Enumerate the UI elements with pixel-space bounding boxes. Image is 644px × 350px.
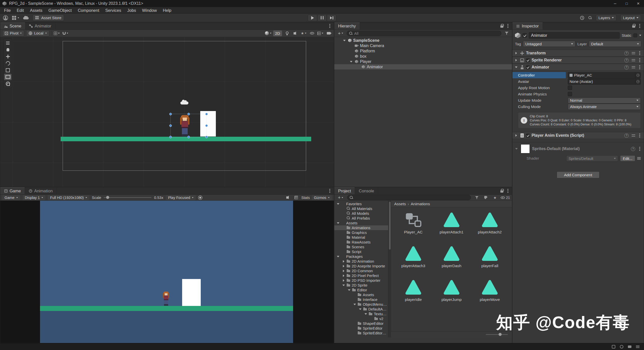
folder-row[interactable]: ObjectMenuCr... [334, 302, 388, 307]
foldout-arrow-icon[interactable] [514, 65, 518, 69]
tab[interactable]: Scene [0, 22, 25, 29]
asset-thumbnail[interactable] [441, 278, 462, 297]
play-button[interactable] [308, 15, 317, 21]
resolution-dropdown[interactable]: Full HD (1920x1080) [48, 195, 89, 200]
folder-row[interactable]: Packages [334, 254, 388, 259]
asset-item[interactable]: playerMove [471, 278, 509, 312]
active-checkbox[interactable] [522, 33, 527, 38]
material-thumbnail[interactable] [521, 144, 530, 153]
game-viewport[interactable] [0, 201, 334, 343]
grid-snap-button[interactable] [54, 30, 60, 36]
effects-dropdown[interactable] [300, 30, 307, 36]
search-by-label-button[interactable] [482, 195, 489, 200]
shader-dropdown[interactable]: Sprites/Default [566, 155, 618, 161]
folder-row[interactable]: SpriteEditor [334, 326, 388, 331]
view-tool-button[interactable] [4, 47, 12, 53]
folder-row[interactable]: Material [334, 235, 388, 240]
foldout-arrow-icon[interactable] [342, 279, 345, 282]
asset-item[interactable]: playerDash [432, 244, 471, 278]
stats-button[interactable]: Stats [301, 195, 310, 200]
panel-menu-icon[interactable] [329, 190, 330, 191]
preset-icon[interactable] [632, 134, 635, 137]
asset-item[interactable]: playerJump [432, 278, 471, 312]
folder-row[interactable]: 2D Sprite [334, 283, 388, 288]
play-focused-dropdown[interactable]: Play Focused [166, 195, 196, 200]
folder-row[interactable]: DefaultAsset... [334, 307, 388, 311]
grid-settings-dropdown[interactable] [317, 30, 324, 36]
checkbox[interactable] [568, 86, 572, 90]
edit-shader-button[interactable]: Edit... [620, 155, 635, 161]
folder-row[interactable]: All Models [334, 211, 388, 216]
folder-row[interactable]: ShapeEditor [334, 321, 388, 326]
audio-toggle[interactable] [292, 30, 299, 36]
asset-thumbnail[interactable] [403, 211, 424, 229]
asset-item[interactable]: playerAttach2 [471, 211, 509, 244]
selection-handle[interactable] [205, 124, 208, 127]
selection-handle[interactable] [187, 113, 190, 115]
tab[interactable]: Project [334, 187, 355, 194]
static-checkbox[interactable] [633, 33, 637, 37]
scale-slider[interactable] [104, 197, 151, 198]
status-icon[interactable] [628, 345, 631, 348]
hierarchy-row[interactable]: Main Camera [334, 43, 512, 48]
asset-thumbnail[interactable] [403, 244, 424, 263]
status-icon[interactable] [636, 345, 639, 346]
cloud-sprite[interactable] [180, 101, 188, 104]
project-search-input[interactable] [347, 195, 471, 200]
folder-row[interactable]: Favorites [334, 201, 388, 206]
foldout-arrow-icon[interactable] [364, 312, 368, 316]
animator-component-header[interactable]: Animator [512, 64, 644, 71]
scene-viewport[interactable] [0, 37, 334, 187]
foldout-arrow-icon[interactable] [336, 255, 340, 258]
scene-visibility-toggle[interactable] [309, 30, 315, 36]
asset-thumbnail[interactable] [479, 211, 500, 229]
material-header[interactable]: Sprites-Default (Material) [512, 142, 644, 155]
breadcrumb-animations[interactable]: Animations [411, 202, 430, 206]
asset-thumbnail[interactable] [479, 278, 500, 297]
hierarchy-row[interactable]: Player [334, 59, 512, 64]
folder-row[interactable]: Editor [334, 288, 388, 292]
folder-row[interactable]: v2 [334, 316, 388, 321]
lock-icon[interactable] [500, 190, 503, 193]
tree-scrollbar[interactable] [388, 201, 391, 337]
checkbox[interactable] [568, 92, 572, 96]
object-picker-icon[interactable] [635, 79, 640, 84]
close-button[interactable] [632, 0, 644, 7]
search-by-type-button[interactable] [473, 195, 480, 200]
folder-row[interactable]: 2D Animation [334, 259, 388, 264]
asset-thumbnail[interactable] [441, 211, 462, 229]
foldout-arrow-icon[interactable] [347, 288, 351, 292]
shading-mode-dropdown[interactable] [265, 30, 271, 36]
help-icon[interactable] [624, 51, 629, 55]
lock-icon[interactable] [632, 25, 635, 28]
save-search-button[interactable] [492, 195, 498, 200]
foldout-arrow-icon[interactable] [358, 307, 362, 311]
asset-item[interactable]: playerFall [471, 244, 509, 278]
asset-item[interactable]: playerAttach3 [394, 244, 432, 278]
object-picker-icon[interactable] [635, 73, 640, 78]
folder-row[interactable]: Animations [334, 225, 388, 230]
slider-knob[interactable] [106, 196, 109, 199]
help-icon[interactable] [624, 133, 629, 138]
scrollbar-thumb[interactable] [389, 202, 391, 250]
selection-handle[interactable] [187, 136, 190, 138]
handle-rotation-dropdown[interactable]: Local [26, 30, 49, 37]
search-filter-button[interactable] [503, 30, 510, 36]
asset-thumbnail[interactable] [403, 278, 424, 297]
hierarchy-row[interactable]: box [334, 54, 512, 59]
cloud-icon[interactable] [23, 17, 29, 19]
transform-tool-button[interactable] [4, 81, 12, 87]
tab[interactable]: Animation [25, 187, 57, 194]
component-menu-icon[interactable] [639, 148, 640, 149]
lock-icon[interactable] [500, 25, 503, 28]
asset-item[interactable]: playerIdle [394, 278, 432, 312]
account-icon[interactable] [3, 15, 8, 20]
preset-icon[interactable] [632, 52, 635, 55]
folder-row[interactable]: All Materials [334, 206, 388, 211]
menu-item[interactable]: Jobs [124, 7, 139, 14]
component-menu-icon[interactable] [639, 53, 640, 54]
hierarchy-row[interactable]: Platform [334, 48, 512, 54]
tab[interactable]: Animator [25, 22, 55, 29]
dropdown[interactable]: Normal [568, 97, 641, 103]
folder-row[interactable]: 2D Common [334, 268, 388, 273]
